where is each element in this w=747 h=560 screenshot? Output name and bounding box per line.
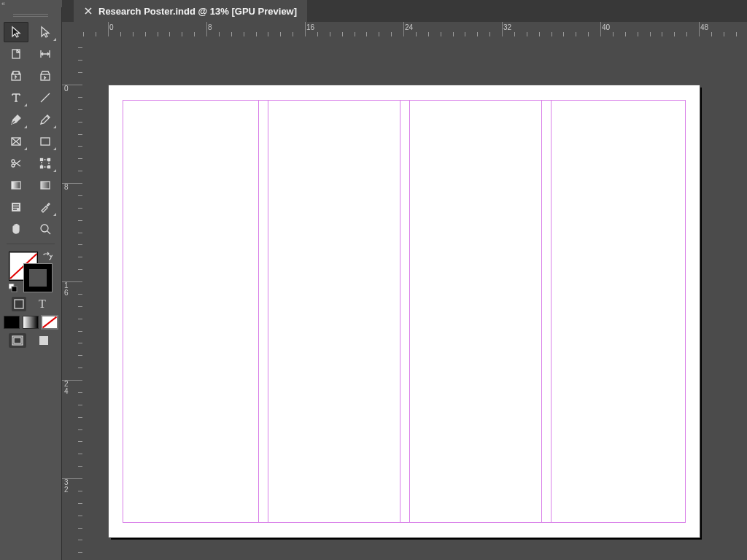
apply-none-button[interactable] <box>42 316 58 329</box>
gradient-swatch-tool[interactable] <box>4 175 28 195</box>
column-guide <box>551 100 551 523</box>
flyout-indicator-icon <box>53 38 56 41</box>
document-tab[interactable]: Research Poster.indd @ 13% [GPU Preview] <box>74 0 307 22</box>
svg-rect-12 <box>12 182 20 189</box>
ruler-label: 32 <box>64 479 69 494</box>
svg-point-6 <box>12 164 15 167</box>
svg-rect-10 <box>41 166 43 168</box>
apply-gradient-button[interactable] <box>23 316 39 329</box>
rectangle-frame-tool[interactable] <box>4 131 28 152</box>
ruler-label: 0 <box>109 23 114 31</box>
svg-rect-18 <box>15 300 23 308</box>
ruler-label: 8 <box>208 23 212 31</box>
svg-rect-11 <box>48 166 50 168</box>
scissors-tool[interactable] <box>4 153 28 174</box>
page-tool[interactable] <box>4 44 28 64</box>
column-guide <box>400 100 400 523</box>
svg-rect-17 <box>12 287 17 292</box>
content-placer-tool[interactable] <box>33 66 58 86</box>
note-tool[interactable] <box>4 197 28 217</box>
ruler-label: 16 <box>64 282 69 297</box>
ruler-label: 32 <box>503 23 511 31</box>
free-transform-tool[interactable] <box>33 153 58 174</box>
ruler-label: 0 <box>64 85 69 93</box>
document-tab-bar: Research Poster.indd @ 13% [GPU Preview] <box>62 0 747 23</box>
flyout-indicator-icon <box>53 125 56 128</box>
normal-view-button[interactable] <box>9 333 26 348</box>
ruler-origin[interactable] <box>62 22 83 37</box>
apply-color-row <box>0 316 61 329</box>
format-affects-row: T <box>0 297 61 311</box>
eyedropper-tool[interactable] <box>33 197 58 217</box>
svg-rect-1 <box>12 74 20 80</box>
hand-tool[interactable] <box>4 219 28 239</box>
gap-tool[interactable] <box>33 44 58 64</box>
pencil-tool[interactable] <box>33 109 58 130</box>
ruler-label: 8 <box>64 184 69 191</box>
view-mode-row <box>0 333 61 348</box>
ruler-label: 24 <box>64 381 69 395</box>
flyout-indicator-icon <box>24 125 27 128</box>
format-text-button[interactable]: T <box>35 297 50 311</box>
pen-tool[interactable] <box>4 109 28 130</box>
svg-point-5 <box>12 160 15 163</box>
swap-fill-stroke-icon[interactable] <box>42 252 53 262</box>
svg-rect-8 <box>41 159 43 161</box>
svg-rect-2 <box>41 74 50 80</box>
default-fill-stroke-icon[interactable] <box>9 284 18 292</box>
svg-rect-9 <box>48 159 50 161</box>
rectangle-tool[interactable] <box>33 131 58 152</box>
vertical-ruler[interactable]: 08162432 <box>62 36 83 560</box>
svg-point-15 <box>41 225 48 232</box>
document-canvas[interactable] <box>82 36 747 560</box>
panel-drag-grip[interactable] <box>4 12 57 19</box>
document-tab-title: Research Poster.indd @ 13% [GPU Preview] <box>98 6 297 17</box>
svg-rect-13 <box>41 182 50 189</box>
document-page[interactable] <box>108 85 700 538</box>
tool-grid <box>0 22 61 247</box>
svg-rect-20 <box>14 338 21 343</box>
svg-rect-21 <box>39 336 48 345</box>
ruler-label: 48 <box>700 23 708 31</box>
content-collector-tool[interactable] <box>4 66 28 86</box>
direct-selection-tool[interactable] <box>33 22 58 42</box>
flyout-indicator-icon <box>53 147 56 150</box>
close-tab-button[interactable] <box>84 7 93 15</box>
column-guide <box>258 100 259 523</box>
flyout-indicator-icon <box>53 169 56 172</box>
preview-view-button[interactable] <box>35 333 53 348</box>
margin-guides <box>123 100 686 523</box>
ruler-label: 16 <box>306 23 314 31</box>
flyout-indicator-icon <box>53 213 56 216</box>
flyout-indicator-icon <box>24 147 27 150</box>
type-tool[interactable] <box>4 88 28 108</box>
gradient-feather-tool[interactable] <box>33 175 58 195</box>
stroke-swatch-icon[interactable] <box>23 263 53 292</box>
column-guide <box>541 100 542 523</box>
ruler-label: 24 <box>405 23 413 31</box>
apply-color-button[interactable] <box>4 316 20 329</box>
flyout-indicator-icon <box>24 104 27 106</box>
tool-separator <box>7 244 55 244</box>
zoom-tool[interactable] <box>33 219 58 239</box>
tool-panel: T <box>0 7 62 560</box>
column-guide <box>409 100 410 523</box>
svg-rect-4 <box>41 138 50 145</box>
ruler-label: 40 <box>602 23 610 31</box>
horizontal-ruler[interactable]: 081624324048 <box>82 22 747 37</box>
format-container-button[interactable] <box>12 297 26 311</box>
fill-stroke-swatch[interactable] <box>9 252 53 292</box>
selection-tool[interactable] <box>4 22 28 42</box>
line-tool[interactable] <box>33 88 58 108</box>
column-guide <box>268 100 268 523</box>
